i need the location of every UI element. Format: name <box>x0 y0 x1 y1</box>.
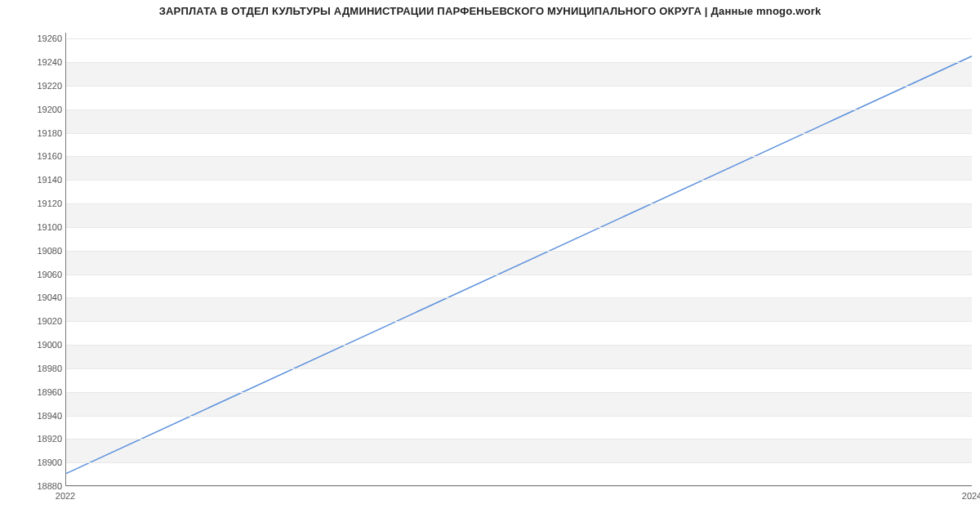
gridline <box>66 156 972 157</box>
y-tick-label: 18880 <box>13 481 62 491</box>
gridline <box>66 38 972 39</box>
y-tick-label: 19140 <box>13 175 62 185</box>
y-tick-label: 19100 <box>13 222 62 232</box>
y-tick-label: 19260 <box>13 33 62 43</box>
y-tick-label: 19160 <box>13 151 62 161</box>
plot-area <box>65 33 972 486</box>
y-tick-label: 19060 <box>13 270 62 279</box>
y-tick-label: 19220 <box>13 81 62 91</box>
gridline <box>66 86 972 87</box>
data-line <box>66 56 972 474</box>
gridline <box>66 133 972 134</box>
y-tick-label: 18960 <box>13 387 62 397</box>
gridline <box>66 368 972 369</box>
y-tick-label: 18920 <box>13 434 62 444</box>
gridline <box>66 203 972 204</box>
gridline <box>66 345 972 346</box>
y-tick-label: 19200 <box>13 105 62 114</box>
gridline <box>66 180 972 181</box>
y-tick-label: 19080 <box>13 246 62 256</box>
y-tick-label: 19020 <box>13 316 62 326</box>
y-tick-label: 19120 <box>13 199 62 208</box>
gridline <box>66 321 972 322</box>
y-tick-label: 19180 <box>13 128 62 138</box>
gridline <box>66 439 972 440</box>
y-tick-label: 18980 <box>13 364 62 373</box>
gridline <box>66 486 972 487</box>
gridline <box>66 392 972 393</box>
gridline <box>66 62 972 63</box>
chart-line-layer <box>66 33 972 485</box>
y-tick-label: 19000 <box>13 340 62 350</box>
chart-container: ЗАРПЛАТА В ОТДЕЛ КУЛЬТУРЫ АДМИНИСТРАЦИИ … <box>0 0 980 531</box>
y-tick-label: 19040 <box>13 292 62 302</box>
gridline <box>66 462 972 463</box>
gridline <box>66 251 972 252</box>
chart-title: ЗАРПЛАТА В ОТДЕЛ КУЛЬТУРЫ АДМИНИСТРАЦИИ … <box>0 5 980 17</box>
y-tick-label: 19240 <box>13 57 62 67</box>
gridline <box>66 227 972 228</box>
gridline <box>66 274 972 275</box>
y-tick-label: 18940 <box>13 411 62 421</box>
x-tick-label: 2022 <box>56 491 75 501</box>
y-tick-label: 18900 <box>13 457 62 467</box>
gridline <box>66 109 972 110</box>
gridline <box>66 297 972 298</box>
x-tick-label: 2024 <box>962 491 980 501</box>
gridline <box>66 416 972 417</box>
